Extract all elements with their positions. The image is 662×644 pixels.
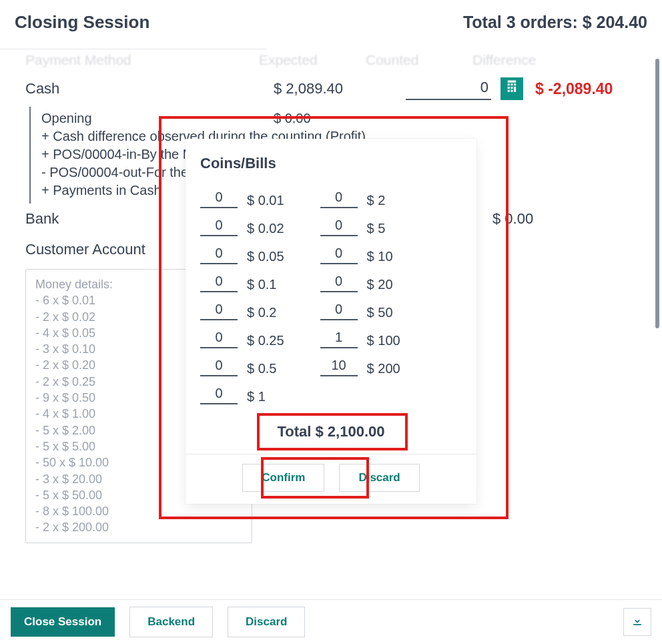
bank-difference: $ 0.00: [492, 210, 626, 228]
cash-expected: $ 2,089.40: [274, 80, 378, 97]
denom-label: $ 2: [367, 193, 386, 208]
row-cash: Cash $ 2,089.40 $ -2,089.40: [25, 73, 649, 107]
col-difference: Difference: [472, 52, 606, 68]
cash-counted-input[interactable]: [406, 77, 491, 100]
denom-input[interactable]: [200, 244, 238, 264]
opening-value: $ 0.00: [274, 111, 311, 126]
confirm-button[interactable]: Confirm: [242, 464, 324, 492]
denom-input[interactable]: [320, 216, 358, 236]
denom-label: $ 0.25: [247, 333, 284, 348]
backend-button[interactable]: Backend: [129, 607, 213, 637]
cash-label: Cash: [25, 80, 274, 97]
denom-input[interactable]: [320, 356, 358, 376]
denom-label: $ 50: [367, 305, 393, 320]
calculator-button[interactable]: [501, 77, 523, 100]
denom-label: $ 5: [367, 221, 386, 236]
denom-input[interactable]: [320, 272, 358, 292]
denom-label: $ 20: [367, 277, 393, 292]
col-counted: Counted: [366, 52, 472, 68]
close-session-button[interactable]: Close Session: [11, 607, 115, 637]
denom-label: $ 100: [367, 333, 400, 348]
denom-input[interactable]: [320, 188, 358, 208]
discard-session-button[interactable]: Discard: [228, 607, 305, 637]
denom-label: $ 200: [367, 361, 400, 376]
popover-total: Total $ 2,100.00: [200, 423, 462, 440]
opening-label: Opening: [41, 111, 274, 126]
total-orders-label: Total 3 orders: $ 204.40: [463, 13, 647, 32]
denom-input[interactable]: [200, 216, 238, 236]
denom-input[interactable]: [320, 328, 358, 348]
discard-button[interactable]: Discard: [339, 464, 419, 492]
denom-label: $ 0.2: [247, 305, 276, 320]
coins-bills-popover: Coins/Bills $ 0.01 $ 0.02 $ 0.05 $ 0.1 $…: [186, 139, 476, 504]
denom-input[interactable]: [200, 300, 238, 320]
col-expected: Expected: [259, 52, 366, 68]
money-details-line: - 8 x $ 100.00: [35, 503, 242, 519]
denom-label: $ 0.5: [247, 361, 276, 376]
header: Closing Session Total 3 orders: $ 204.40: [0, 0, 662, 49]
denom-label: $ 0.02: [247, 221, 284, 236]
denom-label: $ 0.05: [247, 249, 284, 264]
denom-input[interactable]: [200, 328, 238, 348]
calculator-icon: [505, 79, 519, 98]
col-payment-method: Payment Method: [25, 52, 259, 68]
page-title: Closing Session: [15, 12, 149, 33]
denom-input[interactable]: [200, 384, 238, 404]
cash-difference: $ -2,089.40: [535, 80, 613, 98]
download-button[interactable]: [623, 608, 651, 636]
denom-input[interactable]: [200, 272, 238, 292]
denom-input[interactable]: [320, 244, 358, 264]
denom-input[interactable]: [200, 188, 238, 208]
denom-label: $ 10: [367, 249, 393, 264]
denom-input[interactable]: [200, 356, 238, 376]
popover-title: Coins/Bills: [200, 155, 462, 172]
denom-label: $ 0.01: [247, 193, 284, 208]
download-icon: [631, 614, 644, 630]
denom-label: $ 0.1: [247, 277, 276, 292]
bottom-bar: Close Session Backend Discard: [0, 599, 662, 644]
denom-input[interactable]: [320, 300, 358, 320]
denom-label: $ 1: [247, 389, 266, 404]
money-details-line: - 2 x $ 200.00: [35, 519, 242, 535]
column-headers: Payment Method Expected Counted Differen…: [25, 47, 649, 71]
